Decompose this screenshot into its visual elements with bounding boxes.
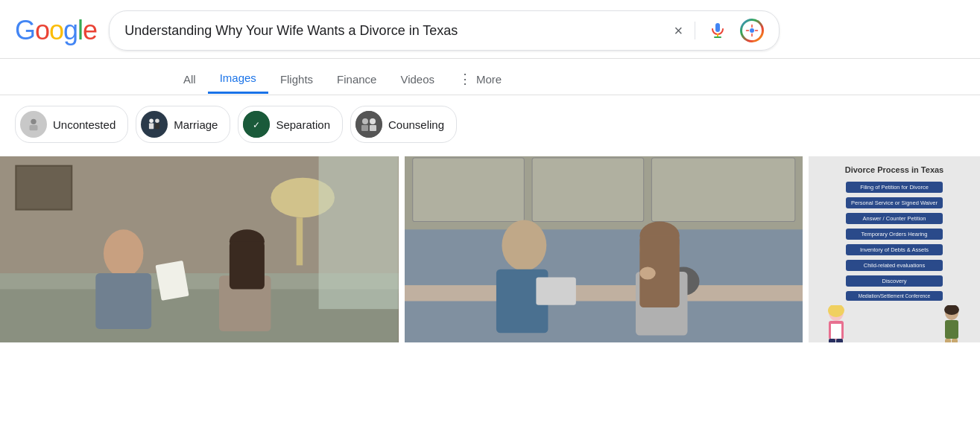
svg-rect-3: [30, 125, 38, 130]
filter-chips: Uncontested Marriage ✓ Separation: [0, 95, 980, 153]
svg-point-1: [750, 28, 754, 33]
chip-counseling-icon: [355, 111, 382, 138]
chip-uncontested-icon: [20, 111, 47, 138]
svg-point-10: [355, 111, 382, 138]
male-figure: [932, 305, 973, 342]
microphone-icon[interactable]: [707, 20, 728, 41]
tab-more[interactable]: ⋮ More: [446, 63, 513, 95]
tab-flights[interactable]: Flights: [268, 66, 325, 93]
svg-text:✓: ✓: [253, 120, 260, 130]
image-grid: Divorce Process in Texas Filing of Petit…: [0, 153, 980, 342]
divorce-process-title: Divorce Process in Texas: [845, 165, 943, 174]
divorce-process-card: Divorce Process in Texas Filing of Petit…: [809, 156, 980, 342]
svg-rect-54: [945, 339, 951, 342]
dp-step-7: Discovery: [846, 275, 943, 287]
svg-point-44: [639, 267, 655, 280]
dp-step-4: Temporary Orders Hearing: [846, 229, 943, 240]
image-2: [405, 156, 803, 342]
chip-marriage-label: Marriage: [174, 118, 218, 131]
header: Google Understanding Why Your Wife Wants…: [0, 0, 980, 59]
svg-rect-22: [319, 156, 399, 309]
logo-letter-l: l: [78, 15, 83, 46]
chip-separation-icon: ✓: [243, 111, 270, 138]
chip-counseling-label: Counseling: [388, 118, 444, 131]
svg-rect-33: [532, 158, 644, 222]
logo-letter-e: e: [83, 15, 97, 46]
svg-rect-48: [831, 324, 841, 339]
image-card-1[interactable]: [0, 156, 399, 342]
svg-point-23: [104, 229, 143, 277]
more-dots-icon: ⋮: [458, 71, 473, 87]
svg-point-37: [502, 220, 546, 270]
tab-all[interactable]: All: [171, 66, 208, 93]
chip-marriage[interactable]: Marriage: [136, 106, 230, 143]
search-icons: ×: [674, 19, 764, 42]
logo-letter-o1: o: [35, 15, 49, 46]
tab-videos[interactable]: Videos: [388, 66, 446, 93]
clear-icon[interactable]: ×: [674, 23, 683, 38]
dp-step-1: Filing of Petition for Divorce: [846, 182, 943, 193]
dp-step-5: Inventory of Debts & Assets: [846, 244, 943, 255]
svg-rect-5: [149, 123, 154, 129]
google-lens-icon[interactable]: [740, 19, 764, 42]
svg-point-11: [362, 118, 368, 124]
logo-letter-o2: o: [49, 15, 63, 46]
svg-point-4: [150, 119, 154, 124]
svg-rect-34: [651, 158, 794, 222]
svg-rect-39: [536, 277, 575, 304]
tab-finance[interactable]: Finance: [325, 66, 388, 93]
logo-letter-g: G: [15, 15, 35, 46]
image-1: [0, 156, 399, 342]
chip-marriage-icon: [141, 111, 168, 138]
svg-rect-53: [945, 320, 958, 339]
svg-rect-0: [715, 23, 720, 32]
chip-uncontested-label: Uncontested: [53, 118, 116, 131]
dp-step-2: Personal Service or Signed Waiver: [846, 197, 943, 208]
svg-rect-49: [829, 339, 835, 342]
divider: [695, 22, 695, 39]
svg-rect-7: [155, 123, 159, 129]
svg-rect-13: [361, 125, 368, 131]
svg-rect-55: [952, 339, 958, 342]
image-card-2[interactable]: [405, 156, 803, 342]
svg-rect-32: [412, 158, 524, 222]
more-label: More: [476, 73, 502, 86]
svg-rect-29: [230, 241, 265, 289]
svg-point-12: [370, 118, 376, 124]
search-bar[interactable]: Understanding Why Your Wife Wants a Divo…: [109, 10, 780, 51]
svg-rect-35: [405, 285, 803, 301]
svg-point-2: [31, 119, 36, 124]
svg-rect-19: [297, 217, 303, 265]
svg-rect-24: [95, 273, 151, 329]
nav-tabs: All Images Flights Finance Videos ⋮ More: [0, 59, 980, 95]
logo-letter-g2: g: [63, 15, 78, 46]
svg-point-6: [155, 119, 159, 124]
tab-images[interactable]: Images: [208, 64, 268, 94]
dp-step-8: Mediation/Settlement Conference: [846, 291, 943, 301]
chip-separation[interactable]: ✓ Separation: [238, 106, 343, 143]
google-logo: Google: [15, 15, 97, 46]
svg-rect-50: [836, 339, 843, 342]
dp-step-6: Child-related evaluations: [846, 260, 943, 271]
chip-uncontested[interactable]: Uncontested: [15, 106, 128, 143]
chip-counseling[interactable]: Counseling: [350, 106, 457, 143]
female-figure: [816, 305, 857, 342]
svg-rect-17: [16, 166, 72, 210]
search-query-text: Understanding Why Your Wife Wants a Divo…: [124, 23, 665, 39]
chip-separation-label: Separation: [276, 118, 330, 131]
image-card-3[interactable]: Divorce Process in Texas Filing of Petit…: [809, 156, 980, 342]
svg-rect-14: [370, 125, 376, 131]
dp-step-3: Answer / Counter Petition: [846, 213, 943, 224]
